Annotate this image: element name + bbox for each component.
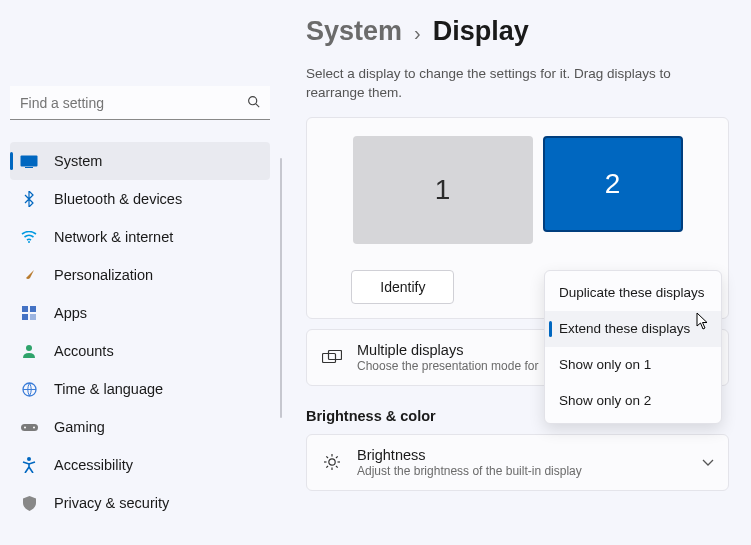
svg-point-0: [249, 97, 257, 105]
scrollbar-track[interactable]: [280, 158, 282, 418]
svg-rect-11: [21, 424, 38, 431]
breadcrumb: System › Display: [306, 16, 729, 47]
sun-icon: [321, 451, 343, 473]
person-icon: [18, 340, 40, 362]
page-subtitle: Select a display to change the settings …: [306, 65, 729, 103]
sidebar-item-privacy[interactable]: Privacy & security: [10, 484, 270, 522]
main-content: System › Display Select a display to cha…: [280, 0, 751, 545]
sidebar-item-gaming[interactable]: Gaming: [10, 408, 270, 446]
sidebar-item-label: System: [54, 153, 102, 169]
svg-point-4: [28, 241, 30, 243]
svg-rect-3: [25, 167, 33, 168]
svg-rect-7: [22, 314, 28, 320]
multiple-displays-icon: [321, 346, 343, 368]
sidebar-item-system[interactable]: System: [10, 142, 270, 180]
sidebar-item-accessibility[interactable]: Accessibility: [10, 446, 270, 484]
sidebar-item-bluetooth[interactable]: Bluetooth & devices: [10, 180, 270, 218]
displays-row: 1 2: [327, 136, 708, 244]
sidebar-item-label: Privacy & security: [54, 495, 169, 511]
svg-line-1: [256, 104, 259, 107]
svg-point-13: [33, 426, 35, 428]
identify-button[interactable]: Identify: [351, 270, 454, 304]
accessibility-icon: [18, 454, 40, 476]
bluetooth-icon: [18, 188, 40, 210]
settings-sidebar: System Bluetooth & devices Network & int…: [0, 0, 280, 545]
nav-list: System Bluetooth & devices Network & int…: [10, 142, 270, 522]
menu-item-extend[interactable]: Extend these displays: [545, 311, 721, 347]
sidebar-item-personalization[interactable]: Personalization: [10, 256, 270, 294]
svg-point-17: [329, 459, 335, 465]
search-wrap: [10, 86, 270, 120]
row-brightness[interactable]: Brightness Adjust the brightness of the …: [306, 434, 729, 491]
sidebar-item-label: Network & internet: [54, 229, 173, 245]
sidebar-item-label: Apps: [54, 305, 87, 321]
sidebar-item-time[interactable]: Time & language: [10, 370, 270, 408]
svg-line-25: [336, 457, 338, 459]
display-2-box[interactable]: 2: [543, 136, 683, 232]
svg-rect-8: [30, 314, 36, 320]
sidebar-item-label: Gaming: [54, 419, 105, 435]
svg-point-14: [27, 457, 31, 461]
svg-rect-5: [22, 306, 28, 312]
menu-item-only2[interactable]: Show only on 2: [545, 383, 721, 419]
svg-line-22: [326, 457, 328, 459]
shield-icon: [18, 492, 40, 514]
apps-icon: [18, 302, 40, 324]
svg-rect-6: [30, 306, 36, 312]
chevron-down-icon: [702, 454, 714, 470]
svg-point-12: [24, 426, 26, 428]
system-icon: [18, 150, 40, 172]
chevron-right-icon: ›: [414, 22, 421, 45]
display-1-box[interactable]: 1: [353, 136, 533, 244]
globe-clock-icon: [18, 378, 40, 400]
sidebar-item-apps[interactable]: Apps: [10, 294, 270, 332]
sidebar-item-accounts[interactable]: Accounts: [10, 332, 270, 370]
sidebar-item-network[interactable]: Network & internet: [10, 218, 270, 256]
sidebar-item-label: Time & language: [54, 381, 163, 397]
brush-icon: [18, 264, 40, 286]
wifi-icon: [18, 226, 40, 248]
row-text: Brightness Adjust the brightness of the …: [357, 447, 688, 478]
menu-item-duplicate[interactable]: Duplicate these displays: [545, 275, 721, 311]
menu-item-only1[interactable]: Show only on 1: [545, 347, 721, 383]
gamepad-icon: [18, 416, 40, 438]
display-arrange-panel: 1 2 Identify Extend these displays Dupli…: [306, 117, 729, 319]
row-sub: Adjust the brightness of the built-in di…: [357, 464, 688, 478]
svg-rect-2: [21, 155, 38, 166]
svg-line-24: [326, 466, 328, 468]
sidebar-item-label: Personalization: [54, 267, 153, 283]
search-icon: [247, 95, 260, 111]
breadcrumb-parent[interactable]: System: [306, 16, 402, 47]
search-input[interactable]: [10, 86, 270, 120]
display-mode-menu: Duplicate these displays Extend these di…: [544, 270, 722, 424]
svg-line-23: [336, 466, 338, 468]
sidebar-item-label: Bluetooth & devices: [54, 191, 182, 207]
row-title: Brightness: [357, 447, 688, 463]
sidebar-item-label: Accessibility: [54, 457, 133, 473]
page-title: Display: [433, 16, 529, 47]
svg-point-9: [26, 345, 32, 351]
sidebar-item-label: Accounts: [54, 343, 114, 359]
